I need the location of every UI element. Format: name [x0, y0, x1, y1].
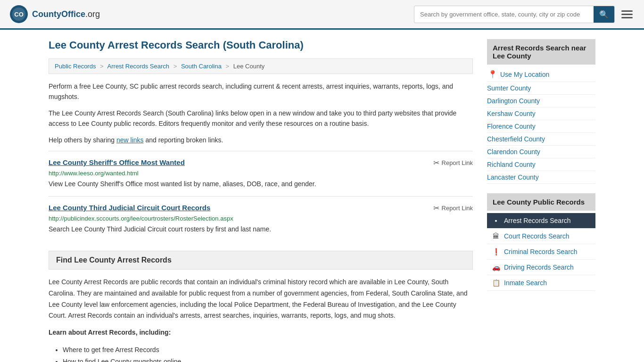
use-my-location-link[interactable]: Use My Location [500, 71, 549, 78]
sidebar-records-list: ▪ Arrest Records Search 🏛 Court Records … [487, 213, 595, 291]
breadcrumb-south-carolina[interactable]: South Carolina [181, 63, 222, 70]
nearby-county-link[interactable]: Chesterfield County [487, 135, 545, 143]
sidebar-nearby-county[interactable]: Sumter County [487, 82, 595, 95]
sidebar-public-records-section: Lee County Public Records ▪ Arrest Recor… [487, 193, 595, 291]
header-right: 🔍 [414, 6, 635, 23]
main-container: Lee County Arrest Records Search (South … [39, 30, 605, 362]
sidebar-nearby-county[interactable]: Chesterfield County [487, 133, 595, 146]
record-type-label: Arrest Records Search [504, 217, 571, 224]
record-url[interactable]: http://publicindex.sccourts.org/lee/cour… [49, 215, 473, 222]
search-button[interactable]: 🔍 [594, 6, 614, 23]
sidebar-nearby-title: Arrest Records Search near Lee County [487, 39, 595, 65]
breadcrumb: Public Records > Arrest Records Search >… [49, 58, 473, 74]
sidebar-nearby-county[interactable]: Richland County [487, 158, 595, 171]
nearby-county-link[interactable]: Darlington County [487, 97, 540, 105]
record-type-link[interactable]: Driving Records Search [504, 263, 574, 271]
record-description: View Lee County Sheriff's Office most wa… [49, 179, 473, 189]
record-type-link[interactable]: Inmate Search [504, 279, 547, 287]
sidebar-record-type[interactable]: 🏛 Court Records Search [487, 229, 595, 244]
record-card-header: Lee County Third Judicial Circuit Court … [49, 204, 473, 213]
sidebar-nearby-county[interactable]: Clarendon County [487, 146, 595, 158]
nearby-county-link[interactable]: Sumter County [487, 84, 531, 92]
page-title: Lee County Arrest Records Search (South … [49, 39, 473, 51]
record-type-icon: ❗ [492, 248, 500, 255]
sidebar-nearby-list: 📍 Use My Location Sumter CountyDarlingto… [487, 67, 595, 184]
sidebar-record-type[interactable]: ▪ Arrest Records Search [487, 213, 595, 229]
report-icon: ✂ [433, 204, 439, 213]
record-type-icon: 📋 [492, 279, 500, 287]
content-area: Lee County Arrest Records Search (South … [49, 39, 473, 362]
record-card: Lee County Sheriff's Office Most Wanted … [49, 151, 473, 196]
find-section-header: Find Lee County Arrest Records [49, 251, 473, 270]
nearby-county-link[interactable]: Florence County [487, 123, 536, 130]
report-link[interactable]: ✂ Report Link [433, 204, 473, 213]
hamburger-line-3 [621, 17, 633, 18]
record-type-link[interactable]: Criminal Records Search [504, 248, 578, 255]
record-card-header: Lee County Sheriff's Office Most Wanted … [49, 158, 473, 167]
location-pin-icon: 📍 [488, 70, 497, 79]
sidebar-nearby-section: Arrest Records Search near Lee County 📍 … [487, 39, 595, 184]
record-card: Lee County Third Judicial Circuit Court … [49, 196, 473, 241]
sidebar-nearby-county[interactable]: Florence County [487, 120, 595, 133]
description-1: Perform a free Lee County, SC public arr… [49, 81, 473, 102]
nearby-county-link[interactable]: Clarendon County [487, 148, 540, 156]
record-url-link[interactable]: http://publicindex.sccourts.org/lee/cour… [49, 215, 233, 222]
sidebar-nearby-county[interactable]: Darlington County [487, 95, 595, 107]
site-header: CO CountyOffice.org 🔍 [0, 0, 644, 30]
record-url[interactable]: http://www.leeso.org/wanted.html [49, 170, 473, 177]
breadcrumb-arrest-records[interactable]: Arrest Records Search [107, 63, 170, 70]
sidebar-record-type[interactable]: 📋 Inmate Search [487, 275, 595, 291]
record-type-icon: ▪ [492, 217, 500, 224]
record-type-link[interactable]: Court Records Search [504, 232, 570, 240]
search-bar: 🔍 [414, 6, 615, 23]
logo-text: CountyOffice.org [32, 9, 100, 19]
sidebar-record-type[interactable]: ❗ Criminal Records Search [487, 244, 595, 260]
report-link[interactable]: ✂ Report Link [433, 158, 473, 167]
record-type-icon: 🚗 [492, 263, 500, 271]
record-url-link[interactable]: http://www.leeso.org/wanted.html [49, 170, 139, 177]
breadcrumb-public-records[interactable]: Public Records [55, 63, 96, 70]
find-section: Find Lee County Arrest Records Lee Count… [49, 251, 473, 362]
record-cards: Lee County Sheriff's Office Most Wanted … [49, 151, 473, 241]
nearby-county-link[interactable]: Richland County [487, 161, 536, 168]
sidebar: Arrest Records Search near Lee County 📍 … [487, 39, 595, 362]
record-title[interactable]: Lee County Third Judicial Circuit Court … [49, 204, 210, 212]
report-icon: ✂ [433, 158, 439, 167]
record-type-icon: 🏛 [492, 232, 500, 240]
report-link-label: Report Link [442, 205, 473, 212]
find-section-body: Lee County Arrest Records are public rec… [49, 277, 473, 321]
hamburger-menu[interactable] [619, 8, 635, 20]
nearby-county-link[interactable]: Kershaw County [487, 110, 536, 117]
hamburger-line-2 [621, 14, 633, 15]
logo-area: CO CountyOffice.org [9, 5, 100, 24]
record-title[interactable]: Lee County Sheriff's Office Most Wanted [49, 158, 185, 166]
learn-list: Where to get free Arrest RecordsHow to f… [49, 344, 473, 362]
record-description: Search Lee County Third Judicial Circuit… [49, 224, 473, 234]
use-my-location-item[interactable]: 📍 Use My Location [487, 67, 595, 82]
report-link-label: Report Link [442, 159, 473, 166]
logo-icon: CO [9, 5, 28, 24]
description-2: The Lee County Arrest Records Search (So… [49, 108, 473, 129]
new-links-link[interactable]: new links [116, 136, 144, 144]
nearby-county-link[interactable]: Lancaster County [487, 173, 539, 181]
sidebar-nearby-county[interactable]: Kershaw County [487, 107, 595, 120]
svg-text:CO: CO [14, 11, 24, 18]
sidebar-nearby-county[interactable]: Lancaster County [487, 171, 595, 184]
sidebar-record-type[interactable]: 🚗 Driving Records Search [487, 260, 595, 275]
learn-list-item: Where to get free Arrest Records [63, 344, 473, 356]
learn-title: Learn about Arrest Records, including: [49, 327, 473, 338]
search-input[interactable] [414, 7, 594, 22]
learn-list-item: How to find Lee County mugshots online [63, 356, 473, 362]
breadcrumb-current: Lee County [233, 63, 265, 70]
hamburger-line-1 [621, 10, 633, 12]
sidebar-public-records-title: Lee County Public Records [487, 193, 595, 211]
description-3: Help others by sharing new links and rep… [49, 135, 473, 145]
